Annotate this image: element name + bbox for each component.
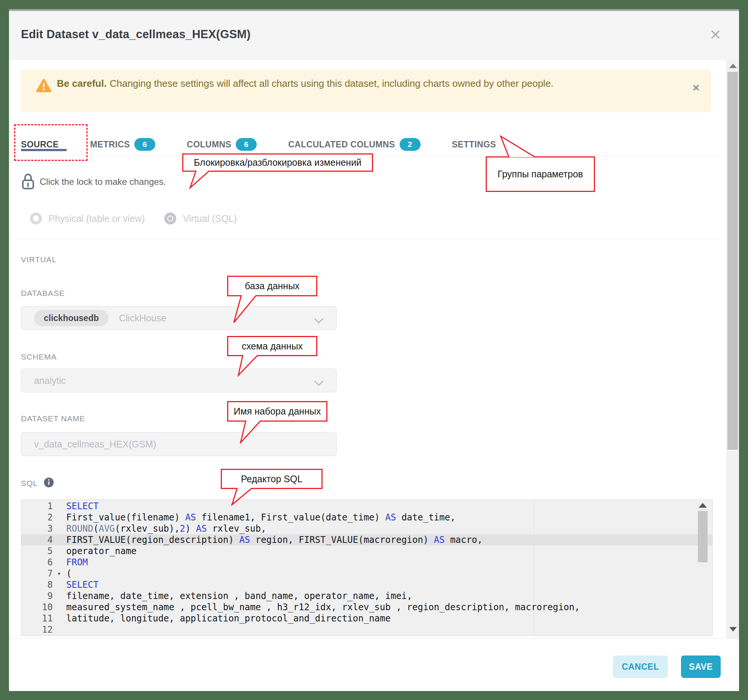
- tab-bar: SOURCE METRICS6 COLUMNS6 CALCULATED COLU…: [21, 133, 496, 156]
- warning-close-icon[interactable]: ×: [688, 79, 704, 96]
- cancel-button[interactable]: CANCEL: [613, 656, 668, 678]
- source-tab-highlight-annotation: [14, 124, 88, 161]
- virtual-section-label: VIRTUAL: [21, 255, 56, 264]
- tab-columns[interactable]: COLUMNS6: [187, 138, 257, 151]
- warning-banner: Be careful.Changing these settings will …: [21, 70, 711, 112]
- radio-virtual-label: Virtual (SQL): [183, 213, 237, 224]
- annotation-lock-tail: [188, 171, 214, 189]
- schema-value: analytic: [34, 375, 66, 386]
- radio-physical[interactable]: [30, 213, 42, 225]
- section-divider: [9, 239, 726, 239]
- screenshot-canvas: Edit Dataset v_data_cellmeas_HEX(GSM) × …: [0, 0, 748, 700]
- sql-line: 8SELECT: [21, 579, 713, 591]
- columns-count-badge: 6: [236, 138, 257, 151]
- annotation-dataset-name: Имя набора данных: [227, 401, 327, 422]
- save-button[interactable]: SAVE: [681, 656, 721, 678]
- annotation-settings: Группы параметров: [486, 156, 595, 192]
- sql-code: 1SELECT2First_value(filename) AS filenam…: [21, 501, 713, 635]
- warning-triangle-icon: [36, 79, 52, 94]
- dataset-name-label: DATASET NAME: [21, 414, 85, 423]
- sql-label: SQL: [21, 479, 38, 488]
- database-pill: clickhousedb: [34, 310, 108, 326]
- annotation-dataset-name-tail: [238, 421, 264, 444]
- radio-physical-label: Physical (table or view): [49, 213, 145, 224]
- sql-line: 3ROUND(AVG(rxlev_sub),2) AS rxlev_sub,: [21, 523, 713, 534]
- annotation-sql: Редактор SQL: [221, 469, 322, 489]
- sql-line: 6FROM: [21, 557, 713, 568]
- sql-line: 11latitude, longitude, application_proto…: [21, 613, 713, 624]
- editor-scrollbar-thumb[interactable]: [698, 511, 708, 562]
- dataset-type-radios: Physical (table or view) Virtual (SQL): [30, 211, 256, 226]
- annotation-database: база данных: [227, 276, 317, 296]
- sql-line: 9filename, date_time, extension , band_n…: [21, 591, 713, 601]
- scroll-down-icon[interactable]: [729, 627, 737, 632]
- edit-dataset-modal: Edit Dataset v_data_cellmeas_HEX(GSM) × …: [9, 9, 739, 691]
- sql-line: 10measured_system_name , pcell_bw_name ,…: [21, 601, 713, 613]
- metrics-count-badge: 6: [134, 138, 155, 151]
- editor-scroll-up-icon[interactable]: [699, 503, 707, 508]
- tab-settings[interactable]: SETTINGS: [452, 140, 496, 150]
- modal-title: Edit Dataset v_data_cellmeas_HEX(GSM): [21, 9, 251, 60]
- sql-line: 1SELECT: [21, 501, 713, 512]
- annotation-database-tail: [232, 295, 260, 324]
- warning-text-body: Changing these settings will affect all …: [109, 78, 553, 89]
- warning-text-bold: Be careful.: [57, 78, 106, 89]
- schema-label: SCHEMA: [21, 352, 57, 361]
- info-icon: [44, 477, 54, 489]
- scroll-up-icon[interactable]: [729, 64, 737, 68]
- fold-caret-icon[interactable]: ▾: [57, 568, 61, 579]
- sql-label-row: SQL: [21, 477, 54, 489]
- dataset-name-input[interactable]: v_data_cellmeas_HEX(GSM): [21, 432, 337, 456]
- modal-scrollbar-thumb[interactable]: [727, 72, 738, 450]
- chevron-down-icon: [314, 314, 323, 323]
- sql-line: 5operator_name: [21, 545, 713, 557]
- annotation-lock: Блокировка/разблокировка изменений: [182, 153, 373, 172]
- database-select[interactable]: clickhousedb ClickHouse: [21, 306, 337, 330]
- radio-virtual[interactable]: [164, 213, 176, 225]
- annotation-schema: схема данных: [227, 336, 317, 356]
- annotation-schema-tail: [236, 355, 261, 377]
- sql-line: 4FIRST_VALUE(region_description) AS regi…: [21, 534, 713, 545]
- lock-icon[interactable]: [22, 172, 34, 191]
- dataset-name-value: v_data_cellmeas_HEX(GSM): [34, 439, 157, 450]
- database-value: ClickHouse: [119, 313, 166, 323]
- annotation-settings-tail: [496, 135, 540, 158]
- lock-row: Click the lock to make changes.: [22, 172, 166, 191]
- database-label: DATABASE: [21, 289, 65, 298]
- calculated-columns-count-badge: 2: [400, 138, 421, 151]
- sql-editor[interactable]: 1SELECT2First_value(filename) AS filenam…: [21, 500, 713, 636]
- chevron-down-icon: [314, 377, 323, 386]
- sql-line: 12: [21, 624, 713, 635]
- lock-hint-text: Click the lock to make changes.: [40, 176, 166, 187]
- tab-metrics[interactable]: METRICS6: [90, 138, 155, 151]
- footer-divider: [9, 638, 739, 639]
- schema-select[interactable]: analytic: [21, 369, 337, 392]
- annotation-sql-tail: [229, 488, 255, 506]
- sql-line: 7▾(: [21, 568, 713, 579]
- sql-line: 2First_value(filename) AS filename1, Fir…: [21, 512, 713, 523]
- tab-calculated-columns[interactable]: CALCULATED COLUMNS2: [288, 138, 420, 151]
- close-icon[interactable]: ×: [706, 25, 725, 44]
- warning-text: Be careful.Changing these settings will …: [57, 76, 607, 91]
